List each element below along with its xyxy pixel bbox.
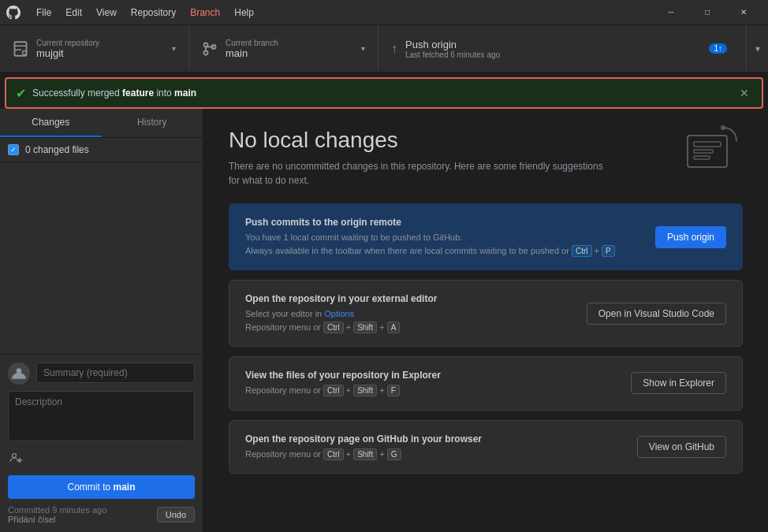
description-input[interactable] bbox=[8, 391, 195, 441]
shortcut-ctrl: Ctrl bbox=[572, 245, 592, 257]
main-layout: Changes History ✓ 0 changed files bbox=[0, 109, 768, 532]
shortcut-shift3: Shift bbox=[353, 385, 377, 396]
svg-point-16 bbox=[721, 125, 725, 130]
svg-rect-15 bbox=[694, 156, 710, 159]
shortcut-p: P bbox=[602, 245, 615, 257]
svg-rect-14 bbox=[694, 150, 713, 153]
open-vscode-button[interactable]: Open in Visual Studio Code bbox=[587, 303, 726, 325]
svg-point-9 bbox=[13, 454, 17, 458]
alert-close-button[interactable]: ✕ bbox=[736, 85, 752, 101]
alert-source-branch: feature bbox=[122, 87, 154, 99]
shortcut-a: A bbox=[387, 322, 401, 333]
select-all-checkbox[interactable]: ✓ bbox=[8, 144, 19, 155]
tab-changes[interactable]: Changes bbox=[0, 109, 102, 137]
shortcut-g: G bbox=[387, 448, 401, 460]
last-commit: Committed 9 minutes ago Přidání čísel Un… bbox=[8, 505, 195, 524]
summary-input[interactable] bbox=[36, 363, 195, 383]
checkbox-check-icon: ✓ bbox=[10, 146, 17, 154]
options-link[interactable]: Options bbox=[324, 309, 354, 318]
commit-section: Commit to main Committed 9 minutes ago P… bbox=[0, 354, 203, 532]
files-list bbox=[0, 162, 203, 354]
menu-view[interactable]: View bbox=[90, 4, 123, 21]
explorer-card-title: View the files of your repository in Exp… bbox=[245, 370, 618, 381]
repo-chevron-icon: ▾ bbox=[172, 44, 176, 53]
no-changes-title: No local changes bbox=[229, 128, 743, 153]
menu-file[interactable]: File bbox=[30, 4, 58, 21]
avatar bbox=[8, 363, 30, 385]
push-card-desc: You have 1 local commit waiting to be pu… bbox=[245, 231, 643, 257]
menu-edit[interactable]: Edit bbox=[59, 4, 88, 21]
no-changes-description: There are no uncommitted changes in this… bbox=[229, 159, 607, 188]
svg-rect-0 bbox=[15, 42, 27, 56]
repo-icon bbox=[13, 41, 28, 57]
repo-label: Current repository bbox=[36, 39, 166, 47]
shortcut-ctrl4: Ctrl bbox=[323, 448, 344, 460]
illustration bbox=[680, 120, 743, 183]
suggestion-content-push: Push commits to the origin remote You ha… bbox=[245, 217, 643, 257]
editor-card-desc: Select your editor in Options Repository… bbox=[245, 307, 574, 333]
view-on-github-button[interactable]: View on GitHub bbox=[637, 436, 726, 458]
push-icon: ↑ bbox=[391, 42, 397, 56]
branch-text: Current branch main bbox=[226, 39, 355, 59]
last-commit-message: Přidání čísel bbox=[8, 515, 106, 524]
commit-footer bbox=[8, 450, 195, 469]
alert-text: Successfully merged feature into main bbox=[32, 87, 730, 99]
title-bar: File Edit View Repository Branch Help ─ … bbox=[0, 0, 768, 25]
suggestion-card-editor: Open the repository in your external edi… bbox=[229, 280, 743, 347]
success-icon: ✔ bbox=[16, 86, 26, 101]
maximize-button[interactable]: □ bbox=[689, 0, 725, 25]
minimize-button[interactable]: ─ bbox=[653, 0, 689, 25]
push-text: Push origin Last fetched 6 minutes ago bbox=[405, 39, 709, 59]
suggestion-content-github: Open the repository page on GitHub in yo… bbox=[245, 433, 624, 461]
left-panel: Changes History ✓ 0 changed files bbox=[0, 109, 203, 532]
commit-button[interactable]: Commit to main bbox=[8, 475, 195, 499]
tab-history[interactable]: History bbox=[102, 109, 203, 137]
shortcut-f: F bbox=[387, 385, 400, 396]
suggestion-card-github: Open the repository page on GitHub in yo… bbox=[229, 420, 743, 474]
undo-button[interactable]: Undo bbox=[157, 507, 195, 523]
editor-card-title: Open the repository in your external edi… bbox=[245, 293, 574, 304]
window-controls: ─ □ ✕ bbox=[653, 0, 762, 25]
push-dropdown-button[interactable]: ▾ bbox=[746, 25, 768, 73]
shortcut-ctrl3: Ctrl bbox=[323, 385, 344, 396]
github-card-desc: Repository menu or Ctrl + Shift + G bbox=[245, 448, 624, 461]
current-branch-section[interactable]: Current branch main ▾ bbox=[189, 25, 378, 72]
show-in-explorer-button[interactable]: Show in Explorer bbox=[631, 372, 726, 394]
explorer-card-desc: Repository menu or Ctrl + Shift + F bbox=[245, 384, 618, 397]
last-commit-time: Committed 9 minutes ago bbox=[8, 505, 106, 515]
commit-branch: main bbox=[114, 482, 136, 493]
menu-repository[interactable]: Repository bbox=[125, 4, 182, 21]
close-button[interactable]: ✕ bbox=[725, 0, 762, 25]
alert-banner: ✔ Successfully merged feature into main … bbox=[5, 77, 763, 109]
suggestion-content-explorer: View the files of your repository in Exp… bbox=[245, 370, 618, 397]
github-logo bbox=[6, 6, 21, 20]
commit-summary-row bbox=[8, 363, 195, 385]
repo-name: mujgit bbox=[36, 47, 64, 59]
svg-point-5 bbox=[204, 50, 208, 54]
push-title: Push origin bbox=[405, 39, 709, 50]
push-subtitle: Last fetched 6 minutes ago bbox=[405, 50, 709, 59]
suggestion-card-explorer: View the files of your repository in Exp… bbox=[229, 356, 743, 411]
github-card-title: Open the repository page on GitHub in yo… bbox=[245, 433, 624, 445]
branch-name: main bbox=[226, 47, 248, 59]
shortcut-shift2: Shift bbox=[353, 322, 377, 333]
current-repo-section[interactable]: Current repository mujgit ▾ bbox=[0, 25, 189, 72]
branch-label: Current branch bbox=[226, 39, 355, 47]
menu-bar: File Edit View Repository Branch Help bbox=[30, 4, 643, 21]
shortcut-ctrl2: Ctrl bbox=[323, 322, 344, 333]
suggestion-content-editor: Open the repository in your external edi… bbox=[245, 293, 574, 333]
menu-branch[interactable]: Branch bbox=[184, 4, 226, 21]
push-badge: 1↑ bbox=[709, 43, 727, 54]
push-origin-button[interactable]: Push origin bbox=[655, 226, 726, 248]
svg-rect-13 bbox=[694, 142, 721, 147]
tabs: Changes History bbox=[0, 109, 203, 138]
right-panel-inner: No local changes There are no uncommitte… bbox=[229, 128, 743, 474]
add-coauthor-button[interactable] bbox=[8, 450, 24, 469]
right-panel: No local changes There are no uncommitte… bbox=[203, 109, 768, 532]
changed-files-header: ✓ 0 changed files bbox=[0, 138, 203, 162]
push-origin-section[interactable]: ↑ Push origin Last fetched 6 minutes ago… bbox=[378, 25, 746, 72]
menu-help[interactable]: Help bbox=[228, 4, 260, 21]
branch-chevron-icon: ▾ bbox=[361, 44, 365, 53]
push-card-title: Push commits to the origin remote bbox=[245, 217, 643, 228]
files-count: 0 changed files bbox=[25, 144, 89, 155]
